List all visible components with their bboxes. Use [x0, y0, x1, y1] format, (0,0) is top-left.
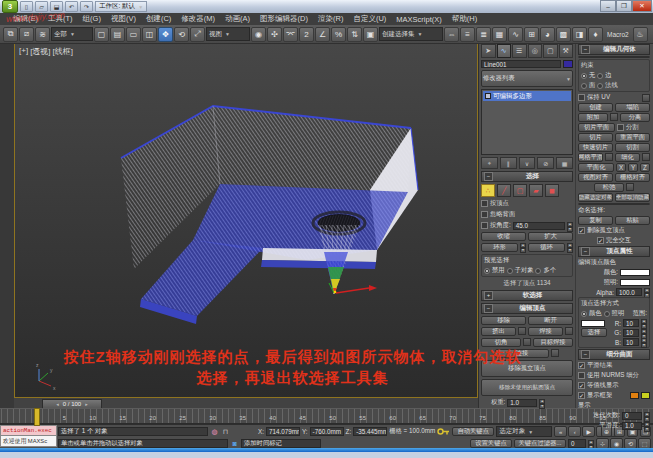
copy-button[interactable]: 复制 — [578, 216, 613, 225]
reset-plane-button[interactable]: 重置平面 — [615, 133, 650, 142]
timeline-tick[interactable]: 50 — [306, 415, 336, 423]
key-filters-button[interactable]: 关键点过滤器... — [514, 439, 566, 448]
menu-item[interactable]: 视图(V) — [106, 14, 141, 24]
keyboard-override-icon[interactable]: ⌤ — [283, 27, 298, 42]
paste-button[interactable]: 粘贴 — [615, 216, 650, 225]
break-button[interactable]: 断开 — [528, 316, 573, 325]
preview-multi-radio[interactable] — [535, 268, 541, 274]
rollout-soft-selection[interactable]: + 软选择 — [481, 290, 573, 301]
schematic-view-icon[interactable]: ⊞ — [524, 27, 539, 42]
window-crossing-icon[interactable]: ◫ — [142, 27, 157, 42]
msmooth-settings-icon[interactable] — [605, 153, 613, 161]
spinner-snap-icon[interactable]: ⇅ — [347, 27, 362, 42]
viewport-pov-label[interactable]: [透视] — [30, 46, 50, 57]
timeline-tick[interactable]: 35 — [216, 415, 246, 423]
cage-color-swatch[interactable] — [630, 392, 639, 399]
show-cage-checkbox[interactable]: ✓ — [578, 392, 585, 399]
new-file-icon[interactable]: ▯ — [20, 1, 33, 12]
slice-plane-button[interactable]: 切片平面 — [578, 123, 615, 132]
viewport-shading-label[interactable]: [线框] — [53, 46, 73, 57]
menu-item[interactable]: 编辑(E) — [8, 14, 43, 24]
angle-spinner[interactable]: ▲▼ — [567, 222, 573, 230]
slider-left-arrow-icon[interactable]: ◂ — [56, 401, 59, 407]
stack-item-editable-poly[interactable]: 可编辑多边形 — [483, 91, 571, 101]
delete-isolated-checkbox[interactable]: ✓ — [578, 227, 585, 234]
tessellate-settings-icon[interactable] — [642, 153, 650, 161]
select-by-name-icon[interactable]: ▤ — [110, 27, 125, 42]
timeline-tick[interactable]: 85 — [516, 415, 546, 423]
menu-item[interactable]: 工具(T) — [43, 14, 78, 24]
by-angle-checkbox[interactable] — [481, 222, 488, 229]
timeline-tick[interactable]: 75 — [456, 415, 486, 423]
menu-item[interactable]: MAXScript(X) — [391, 15, 446, 24]
iterations-value-field[interactable]: 0 — [622, 412, 642, 420]
target-weld-button[interactable]: 目标焊接 — [533, 338, 573, 347]
remove-isolated-vertices-button[interactable]: 移除孤立顶点 — [481, 360, 573, 377]
timeline-tick[interactable]: 5 — [36, 415, 66, 423]
preview-subobj-radio[interactable] — [507, 268, 513, 274]
add-time-tag-field[interactable]: 添加时间标记 — [241, 439, 321, 448]
tessellate-button[interactable]: 细化 — [615, 153, 640, 162]
info-icon[interactable]: ◙ — [230, 439, 239, 448]
vertex-mode-button[interactable]: ∴ — [481, 184, 495, 197]
constraint-edge-radio[interactable] — [597, 73, 603, 79]
alpha-spinner[interactable]: ▲▼ — [644, 288, 650, 296]
layer-manager-icon[interactable]: ≣ — [476, 27, 491, 42]
connect-settings-icon[interactable] — [551, 349, 559, 357]
weld-settings-icon[interactable] — [565, 327, 573, 335]
g-value-field[interactable]: 10 — [623, 329, 639, 337]
constraint-normal-radio[interactable] — [597, 83, 603, 89]
loop-button[interactable]: 循环 — [528, 243, 565, 252]
listener-macro-line[interactable]: actionMan.exec — [0, 425, 57, 436]
alpha-value-field[interactable]: 100.0 — [616, 288, 642, 296]
split-checkbox[interactable] — [617, 124, 624, 131]
grid-align-button[interactable]: 栅格对齐 — [615, 173, 650, 182]
timeline-tick[interactable]: 20 — [126, 415, 156, 423]
maxscript-mini-listener[interactable]: actionMan.exec 欢迎使用 MAXSc — [0, 425, 57, 449]
selection-filter-dropdown[interactable]: 全部▼ — [51, 27, 93, 41]
select-object-icon[interactable]: ▢ — [94, 27, 109, 42]
open-file-icon[interactable]: ▱ — [35, 1, 48, 12]
pin-stack-icon[interactable]: ⌖ — [481, 157, 498, 169]
show-end-result-icon[interactable]: ∥ — [500, 157, 517, 169]
create-button[interactable]: 创建 — [578, 103, 613, 112]
border-mode-button[interactable]: ▢ — [513, 184, 527, 197]
object-name-field[interactable]: Line001 — [481, 60, 561, 68]
menu-item[interactable]: 图形编辑器(D) — [255, 14, 313, 24]
menu-item[interactable]: 动画(A) — [220, 14, 255, 24]
r-value-field[interactable]: 10 — [623, 319, 639, 327]
relax-button[interactable]: 松弛 — [594, 183, 624, 192]
preserve-uv-settings-icon[interactable] — [642, 94, 650, 102]
menu-item[interactable]: 创建(C) — [141, 14, 176, 24]
material-editor-icon[interactable]: ◕ — [540, 27, 555, 42]
tab-utilities[interactable]: ⚒ — [559, 44, 574, 58]
set-key-button[interactable]: 设置关键点 — [470, 439, 512, 448]
modifier-list-dropdown[interactable]: 修改器列表 ▼ — [481, 70, 573, 87]
tab-create[interactable]: ➤ — [481, 44, 496, 58]
modifier-stack[interactable]: 可编辑多边形 — [481, 89, 573, 155]
viewport-menu-plus[interactable]: [+] — [19, 46, 28, 57]
teapot-render-icon[interactable]: ♨ — [633, 27, 648, 42]
redo-icon[interactable]: ↷ — [80, 1, 93, 12]
minimize-button[interactable]: – — [600, 0, 616, 12]
timeline-tick[interactable]: 55 — [336, 415, 366, 423]
planar-y-button[interactable]: Y — [628, 163, 638, 172]
constraint-face-radio[interactable] — [581, 83, 587, 89]
percent-snap-icon[interactable]: % — [331, 27, 346, 42]
ignore-backfacing-checkbox[interactable] — [481, 211, 488, 218]
x-coordinate-field[interactable]: 714.079mm — [266, 427, 300, 436]
rollout-selection[interactable]: − 选择 — [481, 171, 573, 182]
rectangular-selection-region-icon[interactable]: ▭ — [126, 27, 141, 42]
relax-settings-icon[interactable] — [626, 183, 634, 191]
auto-key-button[interactable]: 自动关键点 — [452, 427, 494, 436]
menu-item[interactable]: 组(G) — [78, 14, 106, 24]
close-button[interactable]: ✕ — [632, 0, 652, 12]
set-key-icon[interactable] — [437, 427, 450, 436]
shrink-button[interactable]: 收缩 — [481, 232, 526, 241]
preview-off-radio[interactable] — [484, 268, 490, 274]
r-spinner[interactable]: ▲▼ — [641, 319, 647, 327]
tab-hierarchy[interactable]: ☰ — [512, 44, 527, 58]
element-mode-button[interactable]: ◼ — [545, 184, 559, 197]
undo-icon[interactable]: ↶ — [65, 1, 78, 12]
selected-objects-dropdown[interactable]: 选定对象▼ — [496, 426, 552, 437]
